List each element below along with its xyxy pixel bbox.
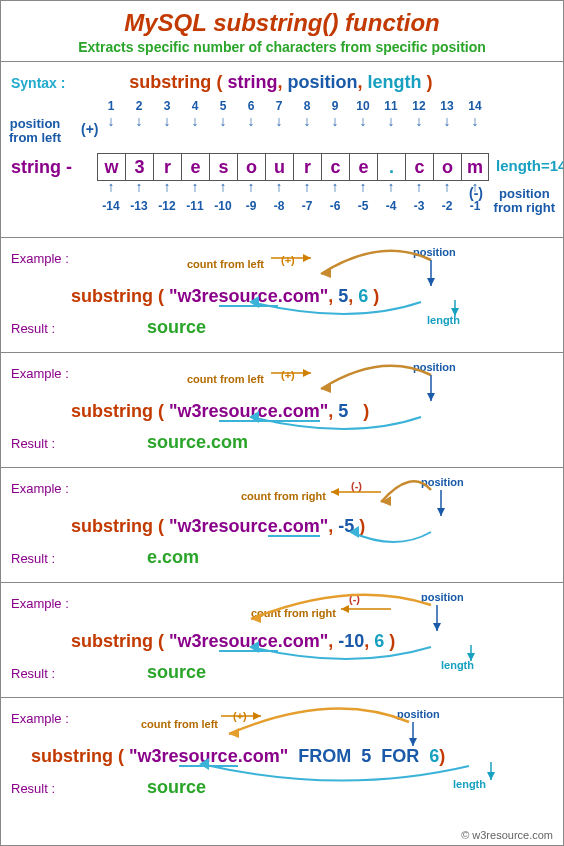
syntax-label: Syntax : [11, 75, 65, 91]
down-arrow-icon: ↓ [405, 113, 433, 129]
bottom-index: -5 [349, 199, 377, 213]
fn-name: substring [71, 516, 153, 536]
divider [1, 467, 563, 468]
result-label: Result : [11, 321, 55, 336]
example-expression: substring ( "w3resource.com" FROM 5 FOR … [31, 746, 553, 767]
string-position-diagram: positionfrom left (+) 123456789101112131… [1, 95, 563, 231]
char-cell: r [153, 153, 181, 181]
close-paren: ) [363, 401, 369, 421]
char-cell: 3 [125, 153, 153, 181]
page-title: MySQL substring() function [1, 9, 563, 37]
divider [1, 237, 563, 238]
svg-marker-12 [381, 496, 391, 506]
position-annot: position [397, 708, 440, 720]
char-cell: o [237, 153, 265, 181]
up-arrow-icon: ↓ [321, 181, 349, 197]
top-index-row: 1234567891011121314 [97, 99, 489, 113]
svg-marker-18 [341, 605, 349, 613]
result-row: Result : e.com [11, 547, 553, 568]
up-arrow-icon: ↓ [209, 181, 237, 197]
down-arrow-icon: ↓ [237, 113, 265, 129]
top-index: 3 [153, 99, 181, 113]
close-paren: ) [373, 286, 379, 306]
up-arrow-icon: ↓ [265, 181, 293, 197]
result-value: source [147, 317, 206, 337]
top-index: 10 [349, 99, 377, 113]
down-arrow-icon: ↓ [97, 113, 125, 129]
top-index: 7 [265, 99, 293, 113]
sign-hint: (+) [281, 254, 295, 266]
up-arrow-icon: ↓ [405, 181, 433, 197]
up-arrow-icon: ↓ [181, 181, 209, 197]
svg-marker-21 [433, 623, 441, 631]
arg-position: 5 [338, 286, 348, 306]
bottom-index: -6 [321, 199, 349, 213]
arg-position: position [287, 72, 357, 92]
open-paren: ( [158, 401, 164, 421]
count-hint: count from left [141, 718, 218, 730]
down-arrow-icon: ↓ [125, 113, 153, 129]
result-row: Result : source [11, 317, 553, 338]
bottom-index: -10 [209, 199, 237, 213]
example-3: Example : count from right (-) position … [1, 474, 563, 576]
down-arrow-icon: ↓ [181, 113, 209, 129]
char-cell: w [97, 153, 125, 181]
result-value: source [147, 777, 206, 797]
bottom-index: -12 [153, 199, 181, 213]
string-label: string - [11, 157, 72, 178]
pos-from-right-label: positionfrom right [494, 187, 555, 215]
svg-marker-1 [303, 254, 311, 262]
down-arrow-icon: ↓ [433, 113, 461, 129]
arg-string: "w3resource.com" [169, 286, 328, 306]
position-annot: position [421, 476, 464, 488]
up-arrow-icon: ↓ [377, 181, 405, 197]
char-cell: u [265, 153, 293, 181]
top-index: 11 [377, 99, 405, 113]
length-annot: length [441, 659, 474, 671]
char-cell: m [461, 153, 489, 181]
example-4: Example : count from right (-) position … [1, 589, 563, 691]
down-arrow-icon: ↓ [349, 113, 377, 129]
example-expression: substring ( "w3resource.com", -5 ) [71, 516, 553, 537]
bottom-arrows-row: ↓↓↓↓↓↓↓↓↓↓↓↓↓↓ [97, 181, 489, 197]
count-hint: count from left [187, 373, 264, 385]
count-hint: count from right [241, 490, 326, 502]
result-value: e.com [147, 547, 199, 567]
char-grid: w3resource.com [97, 153, 489, 181]
for-keyword: FOR [381, 746, 419, 766]
bottom-index: -4 [377, 199, 405, 213]
result-label: Result : [11, 781, 55, 796]
example-label: Example : [11, 251, 69, 266]
result-row: Result : source.com [11, 432, 553, 453]
arg-string: "w3resource.com" [129, 746, 288, 766]
comma: , [277, 72, 282, 92]
result-value: source.com [147, 432, 248, 452]
arg-string: "w3resource.com" [169, 516, 328, 536]
open-paren: ( [158, 631, 164, 651]
char-cell: . [377, 153, 405, 181]
bottom-index: -1 [461, 199, 489, 213]
top-index: 9 [321, 99, 349, 113]
length-label: length=14 [496, 157, 564, 174]
char-cell: c [405, 153, 433, 181]
bottom-index: -11 [181, 199, 209, 213]
syntax-row: Syntax : substring ( string, position, l… [1, 68, 563, 95]
down-arrow-icon: ↓ [321, 113, 349, 129]
up-arrow-icon: ↓ [293, 181, 321, 197]
open-paren: ( [216, 72, 222, 92]
svg-marker-24 [229, 728, 239, 738]
char-cell: o [433, 153, 461, 181]
arg-position: -10 [338, 631, 364, 651]
svg-marker-0 [321, 268, 331, 278]
svg-marker-13 [331, 488, 339, 496]
divider [1, 582, 563, 583]
bottom-index: -14 [97, 199, 125, 213]
open-paren: ( [118, 746, 124, 766]
top-index: 1 [97, 99, 125, 113]
from-keyword: FROM [298, 746, 351, 766]
down-arrow-icon: ↓ [377, 113, 405, 129]
bottom-index: -13 [125, 199, 153, 213]
up-arrow-icon: ↓ [433, 181, 461, 197]
result-value: source [147, 662, 206, 682]
footer-credit: © w3resource.com [461, 829, 553, 841]
